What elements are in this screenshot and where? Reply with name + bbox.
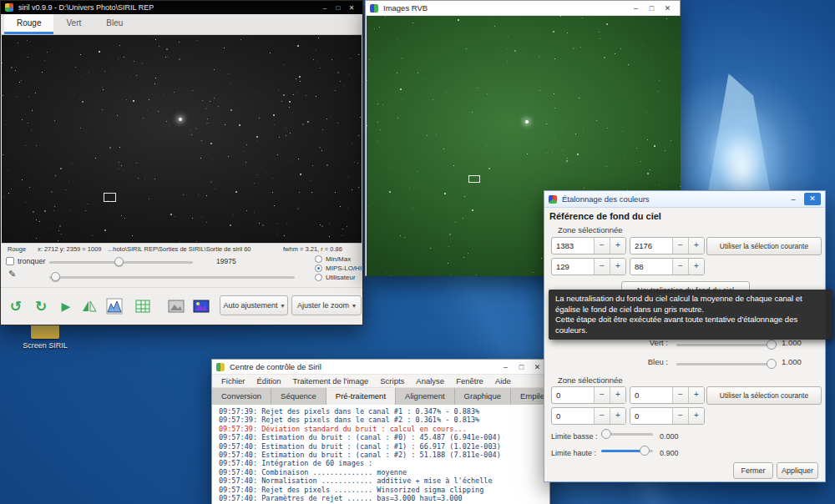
spin-value[interactable]: 88 <box>630 259 672 275</box>
log-line: 09:57:39: Rejet des pixels dans le canal… <box>219 407 549 416</box>
close-icon[interactable]: ✕ <box>804 193 821 205</box>
spin-value[interactable]: 0 <box>552 387 594 403</box>
histogram-icon[interactable] <box>104 296 124 316</box>
log-line: 09:57:39: Rejet des pixels dans le canal… <box>219 416 549 424</box>
blue-factor-row: Bleu : 1.000 <box>544 357 825 370</box>
menu-Analyse[interactable]: Analyse <box>410 376 450 386</box>
red-channel-image-canvas[interactable] <box>2 35 362 243</box>
slider-knob[interactable] <box>640 446 650 456</box>
gray-image-icon[interactable] <box>166 296 186 316</box>
spin-minus-icon[interactable]: − <box>594 387 610 403</box>
auto-adjust-button[interactable]: Auto ajustement ▾ <box>220 295 288 315</box>
maximize-icon[interactable]: □ <box>644 4 660 13</box>
radio-Min/Max[interactable]: Min/Max <box>315 255 362 264</box>
menu-Aide[interactable]: Aide <box>489 376 517 386</box>
spin-value[interactable]: 0 <box>630 387 672 403</box>
spin-value[interactable]: 2176 <box>630 238 672 254</box>
slider-knob[interactable] <box>767 340 777 350</box>
spin-minus-icon[interactable]: − <box>672 408 688 424</box>
fit-zoom-button[interactable]: Ajuster le zoom ▾ <box>291 295 362 315</box>
low-limit-slider[interactable] <box>601 430 653 440</box>
cc-titlebar[interactable]: Centre de contrôle de Siril – □ ✕ <box>212 360 549 375</box>
hi-level-slider[interactable] <box>49 257 193 267</box>
menu-Édition[interactable]: Édition <box>251 376 287 386</box>
menu-Fenêtre[interactable]: Fenêtre <box>450 376 489 386</box>
channel-tab-rouge[interactable]: Rouge <box>4 14 53 34</box>
lo-level-slider[interactable] <box>49 272 295 282</box>
green-slider[interactable] <box>676 340 777 350</box>
color-image-icon[interactable] <box>191 296 211 316</box>
menu-Scripts[interactable]: Scripts <box>374 376 410 386</box>
log-console[interactable]: 09:57:39: Rejet des pixels dans le canal… <box>212 405 549 504</box>
close-button[interactable]: Fermer <box>733 462 773 479</box>
use-current-selection-button-1[interactable]: Utiliser la sélection courante <box>706 237 822 255</box>
channel-tab-bleu[interactable]: Bleu <box>94 14 135 34</box>
selection-rectangle[interactable] <box>468 175 480 183</box>
spin-value[interactable]: 0 <box>630 408 672 424</box>
spin-plus-icon[interactable]: + <box>610 387 625 403</box>
close-icon[interactable]: ✕ <box>345 4 358 12</box>
menu-Traitement de l'image[interactable]: Traitement de l'image <box>287 376 375 386</box>
siril-titlebar[interactable]: siril v0.9.9 - D:\Univers Photo\SIRIL RE… <box>1 1 362 14</box>
spin-minus-icon[interactable]: − <box>594 259 610 275</box>
maximize-icon[interactable]: □ <box>514 363 529 371</box>
flip-icon[interactable] <box>79 296 99 316</box>
spin-value[interactable]: 0 <box>552 408 594 424</box>
menu-Fichier[interactable]: Fichier <box>215 376 251 386</box>
spin-plus-icon[interactable]: + <box>688 259 704 275</box>
spin-plus-icon[interactable]: + <box>610 408 625 424</box>
minimize-icon[interactable]: – <box>318 4 331 12</box>
radio-label: Min/Max <box>326 255 351 263</box>
slider-knob[interactable] <box>767 359 777 369</box>
spin-minus-icon[interactable]: − <box>672 259 688 275</box>
cc-tab-Alignement[interactable]: Alignement <box>396 388 455 405</box>
minimize-icon[interactable]: – <box>628 4 644 13</box>
cc-tab-Conversion[interactable]: Conversion <box>212 388 271 405</box>
close-icon[interactable]: ✕ <box>660 4 676 13</box>
radio-circle-icon <box>315 255 322 263</box>
button-label: Utiliser la sélection courante <box>720 242 808 250</box>
spin-minus-icon[interactable]: − <box>594 238 610 254</box>
minimize-icon[interactable]: – <box>786 195 801 204</box>
spin-plus-icon[interactable]: + <box>688 387 704 403</box>
spin-plus-icon[interactable]: + <box>688 408 704 424</box>
spin-minus-icon[interactable]: − <box>672 238 688 254</box>
high-limit-slider[interactable] <box>601 446 653 456</box>
play-icon[interactable]: ▶ <box>56 296 76 316</box>
grid-icon[interactable] <box>133 296 153 316</box>
slider-knob[interactable] <box>601 429 611 439</box>
bg-zone-w-spinbox: 2176 − + <box>630 237 705 255</box>
tooltip-line: La neutralisation du fond du ciel calcul… <box>555 294 826 315</box>
log-line: 09:57:40: Estimation du bruit : (canal :… <box>219 433 549 441</box>
spin-minus-icon[interactable]: − <box>672 387 688 403</box>
use-current-selection-button-2[interactable]: Utiliser la sélection courante <box>706 386 822 405</box>
truncate-checkbox[interactable]: tronquer <box>6 257 46 265</box>
blue-slider[interactable] <box>676 360 777 370</box>
cc-tab-Graphique[interactable]: Graphique <box>455 388 511 405</box>
pen-icon: ✎ <box>8 269 16 280</box>
undo-icon[interactable]: ↺ <box>6 296 26 316</box>
redo-icon[interactable]: ↻ <box>31 296 51 316</box>
channel-tab-vert[interactable]: Vert <box>53 14 94 34</box>
spin-value[interactable]: 129 <box>552 259 594 275</box>
maximize-icon[interactable]: □ <box>331 4 345 12</box>
dialog-titlebar[interactable]: Étalonnage des couleurs – ✕ <box>544 191 825 208</box>
radio-MIPS-LO/HI[interactable]: MIPS-LO/HI <box>315 264 362 273</box>
slider-knob[interactable] <box>114 257 124 266</box>
spin-value[interactable]: 1383 <box>552 238 594 254</box>
minimize-icon[interactable]: – <box>498 363 514 371</box>
cc-tab-Séquence[interactable]: Séquence <box>271 388 326 405</box>
selection-rectangle[interactable] <box>104 193 116 202</box>
apply-button[interactable]: Appliquer <box>777 462 818 479</box>
rvb-titlebar[interactable]: Images RVB – □ ✕ <box>366 1 680 16</box>
slider-knob[interactable] <box>51 272 60 281</box>
siril-app-icon <box>5 3 13 12</box>
spin-plus-icon[interactable]: + <box>610 238 625 254</box>
cc-tab-Pré-traitement[interactable]: Pré-traitement <box>326 388 396 405</box>
spin-minus-icon[interactable]: − <box>594 408 610 424</box>
spin-plus-icon[interactable]: + <box>688 238 704 254</box>
status-fwhm: fwhm = 3.21, r = 0.86 <box>283 245 342 253</box>
chevron-down-icon: ▾ <box>281 302 285 310</box>
radio-Utilisateur[interactable]: Utilisateur <box>315 273 362 282</box>
spin-plus-icon[interactable]: + <box>610 259 625 275</box>
